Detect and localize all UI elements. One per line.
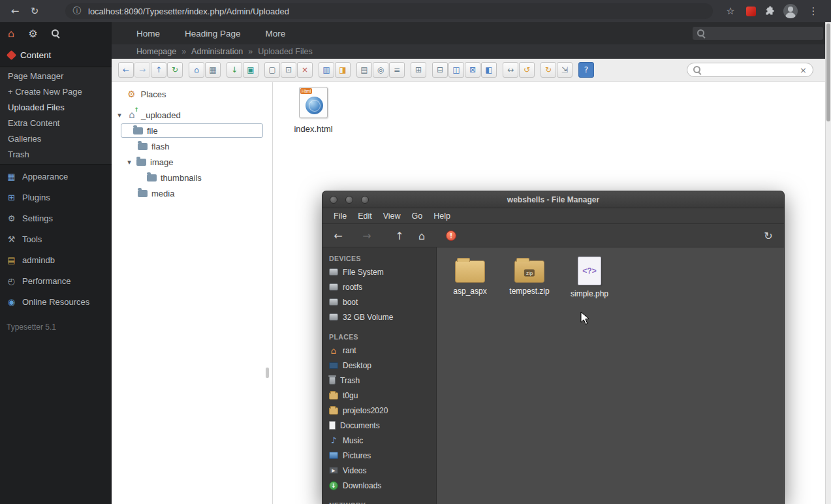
- tb-help-button[interactable]: ?: [578, 62, 594, 78]
- extensions-puzzle-icon[interactable]: [764, 6, 775, 16]
- sidebar-item-trash[interactable]: Trash: [0, 147, 112, 163]
- window-titlebar[interactable]: webshells - File Manager: [322, 191, 784, 208]
- menu-edit[interactable]: Edit: [358, 212, 372, 221]
- twisty-icon[interactable]: ▾: [126, 158, 133, 166]
- sidebar-item-extra-content[interactable]: Extra Content: [0, 116, 112, 131]
- fm-item-rootfs[interactable]: rootfs: [329, 279, 436, 294]
- menu-view[interactable]: View: [383, 212, 401, 221]
- sidebar-item-admindb[interactable]: ▤ admindb: [0, 249, 112, 270]
- address-bar[interactable]: ⓘ localhost:8090/Typesetter/index.php/Ad…: [65, 3, 713, 19]
- tb-rotate-right-button[interactable]: ↻: [541, 62, 556, 78]
- nav-link-heading-page[interactable]: Heading Page: [185, 29, 241, 39]
- tree-item-flash[interactable]: flash: [112, 138, 272, 154]
- fm-item-t0gu[interactable]: t0gu: [329, 388, 436, 403]
- profile-avatar[interactable]: [783, 4, 798, 18]
- sidebar-item-tools[interactable]: ⚒ Tools: [0, 228, 112, 249]
- sidebar-item-plugins[interactable]: ⊞ Plugins: [0, 187, 112, 208]
- window-control-button[interactable]: [330, 196, 337, 204]
- fm-item-volume[interactable]: 32 GB Volume: [329, 309, 436, 324]
- extension-icon[interactable]: [746, 7, 756, 16]
- fm-forward-icon[interactable]: →: [360, 229, 373, 242]
- tb-info-button[interactable]: ▤: [356, 62, 372, 78]
- panel-resize-grip[interactable]: [266, 368, 269, 378]
- tb-extract-button[interactable]: ⊟: [432, 62, 448, 78]
- file-item-index-html[interactable]: Html index.html: [274, 87, 353, 134]
- sidebar-item-appearance[interactable]: ▦ Appearance: [0, 166, 112, 187]
- fm-item-videos[interactable]: Videos: [329, 463, 436, 478]
- twisty-icon[interactable]: ▾: [116, 111, 123, 119]
- sidebar-item-online-resources[interactable]: ◉ Online Resources: [0, 291, 112, 312]
- browser-menu-icon[interactable]: ⋮: [806, 4, 821, 18]
- sidebar-item-galleries[interactable]: Galleries: [0, 131, 112, 147]
- tb-back-button[interactable]: ←: [118, 62, 134, 78]
- tb-paste-button[interactable]: ◨: [335, 62, 351, 78]
- fm-item-music[interactable]: ♪ Music: [329, 433, 436, 448]
- fm-item-desktop[interactable]: Desktop: [329, 358, 436, 373]
- tb-reload-button[interactable]: ↻: [167, 62, 183, 78]
- tb-edit-button[interactable]: ≡: [389, 62, 405, 78]
- tree-item-thumbnails[interactable]: thumbnails: [112, 170, 272, 185]
- content-section-header[interactable]: Content: [0, 44, 112, 64]
- tb-home-button[interactable]: ⌂: [189, 62, 204, 78]
- tree-item-uploaded[interactable]: ▾ ⌂ _uploaded: [112, 107, 272, 123]
- tb-select-none-button[interactable]: ⊠: [465, 62, 480, 78]
- window-control-button[interactable]: [345, 196, 353, 204]
- tb-save-button[interactable]: ▣: [243, 62, 259, 78]
- tb-archive-button[interactable]: ⊞: [411, 62, 426, 78]
- scrollbar-thumb[interactable]: [826, 24, 830, 121]
- fm-item-downloads[interactable]: Downloads: [329, 478, 436, 493]
- menu-file[interactable]: File: [334, 212, 347, 221]
- tree-item-file[interactable]: file: [121, 123, 263, 138]
- fm-item-projetos2020[interactable]: projetos2020: [329, 403, 436, 418]
- fm-item-documents[interactable]: Documents: [329, 418, 436, 433]
- site-info-icon[interactable]: ⓘ: [72, 4, 82, 18]
- fm-item-pictures[interactable]: Pictures: [329, 448, 436, 463]
- fm-item-file-system[interactable]: File System: [329, 264, 436, 279]
- menu-go[interactable]: Go: [412, 212, 423, 221]
- tree-item-image[interactable]: ▾ image: [112, 154, 272, 170]
- breadcrumb-homepage[interactable]: Homepage: [136, 47, 176, 56]
- bookmark-star-icon[interactable]: ☆: [723, 4, 738, 18]
- tb-open-button[interactable]: ▢: [264, 62, 280, 78]
- tb-download-button[interactable]: ↓: [227, 62, 242, 78]
- file-search-input[interactable]: [705, 65, 796, 74]
- sidebar-item-performance[interactable]: ◴ Performance: [0, 270, 112, 291]
- sidebar-item-page-manager[interactable]: Page Manager: [0, 69, 112, 84]
- tree-item-media[interactable]: media: [112, 185, 272, 201]
- tree-item-places[interactable]: ⚙ Places: [112, 86, 272, 102]
- fm-home-icon[interactable]: ⌂: [415, 229, 428, 242]
- window-control-button[interactable]: [361, 196, 369, 204]
- nav-link-more[interactable]: More: [266, 29, 286, 39]
- breadcrumb-administration[interactable]: Administration: [191, 47, 243, 56]
- fm-refresh-icon[interactable]: ↻: [762, 229, 775, 242]
- fm-back-icon[interactable]: ←: [332, 229, 345, 242]
- fm-file-simple-php[interactable]: <?> simple.php: [561, 255, 618, 298]
- tb-select-invert-button[interactable]: ◧: [481, 62, 497, 78]
- fm-file-area[interactable]: asp_aspx zip tempest.zip <?> simple.php: [437, 247, 784, 504]
- admin-gear-icon[interactable]: ⚙: [28, 27, 37, 40]
- tb-fullscreen-button[interactable]: ⇲: [557, 62, 572, 78]
- sidebar-item-settings[interactable]: ⚙ Settings: [0, 208, 112, 228]
- site-search-input[interactable]: [709, 29, 819, 38]
- tb-select-all-button[interactable]: ◫: [448, 62, 464, 78]
- tb-up-button[interactable]: ↑: [151, 62, 166, 78]
- fm-file-asp-aspx[interactable]: asp_aspx: [442, 255, 498, 296]
- menu-help[interactable]: Help: [433, 212, 450, 221]
- fm-item-rant[interactable]: ⌂ rant: [329, 343, 436, 358]
- tb-resize-button[interactable]: ↔: [503, 62, 518, 78]
- fm-item-boot[interactable]: boot: [329, 294, 436, 309]
- sidebar-item-create-new-page[interactable]: + Create New Page: [0, 84, 112, 100]
- page-scrollbar[interactable]: [825, 22, 831, 504]
- sidebar-item-uploaded-files[interactable]: Uploaded Files: [0, 100, 112, 116]
- tb-forward-button[interactable]: →: [134, 62, 150, 78]
- tb-copy-button[interactable]: ▥: [319, 62, 334, 78]
- fm-up-icon[interactable]: ↑: [393, 229, 406, 242]
- nav-link-home[interactable]: Home: [136, 29, 160, 39]
- fm-file-tempest-zip[interactable]: zip tempest.zip: [501, 255, 557, 296]
- browser-back-icon[interactable]: ←: [8, 4, 22, 18]
- clear-search-icon[interactable]: ×: [800, 65, 807, 75]
- site-search-box[interactable]: [693, 27, 823, 40]
- tb-preview-button[interactable]: ◎: [373, 62, 388, 78]
- view-site-home-icon[interactable]: ⌂: [8, 27, 14, 40]
- tb-duplicate-button[interactable]: ⊡: [281, 62, 296, 78]
